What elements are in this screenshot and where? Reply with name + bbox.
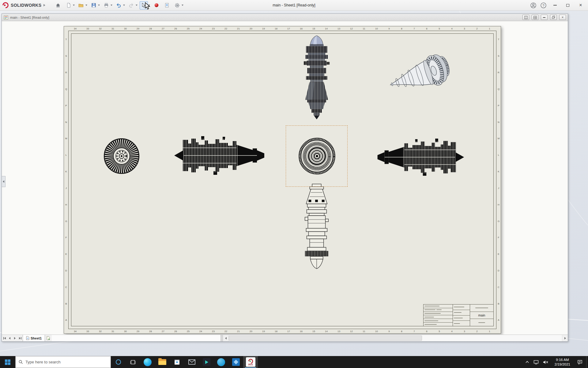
zone-label: 34: [69, 27, 81, 30]
zone-label: 6: [420, 27, 433, 30]
task-view-button[interactable]: [126, 356, 140, 368]
photos-app-button[interactable]: [228, 356, 243, 368]
tray-chevron-icon[interactable]: [525, 361, 529, 363]
new-document-button[interactable]: [64, 1, 73, 10]
zone-label: 19: [257, 27, 270, 30]
close-button[interactable]: ×: [575, 1, 586, 10]
drawing-view-left-side[interactable]: [174, 136, 266, 177]
action-center-button[interactable]: [573, 356, 586, 368]
select-tool-dropdown-icon[interactable]: [148, 5, 150, 6]
save-button[interactable]: [89, 1, 98, 10]
options-button[interactable]: [173, 1, 181, 10]
next-sheet-button[interactable]: [12, 335, 17, 341]
solidworks-menu[interactable]: SOLIDWORKS: [2, 2, 45, 9]
first-sheet-button[interactable]: [2, 335, 7, 341]
taskbar-search[interactable]: [15, 356, 111, 368]
featuremanager-collapse-tab[interactable]: [2, 176, 6, 187]
help-icon: ?: [541, 2, 546, 8]
account-button[interactable]: [529, 1, 537, 10]
zone-label: D: [64, 263, 68, 279]
select-tool-button[interactable]: [140, 1, 148, 10]
zone-label: 17: [282, 27, 295, 30]
properties-button[interactable]: [163, 1, 171, 10]
network-icon[interactable]: [533, 360, 539, 364]
zone-label: 7: [408, 329, 420, 333]
sheet-tab-sheet1[interactable]: Sheet1: [23, 335, 45, 341]
tab-scroll-splitter[interactable]: [221, 335, 223, 341]
photos-icon: [232, 358, 240, 366]
previous-sheet-button[interactable]: [7, 335, 12, 341]
options-dropdown-icon[interactable]: [182, 5, 183, 6]
minimize-icon: [553, 5, 557, 6]
save-dropdown-icon[interactable]: [98, 5, 100, 6]
search-input[interactable]: [25, 360, 107, 364]
taskbar-clock[interactable]: 9:16 AM 2/19/2021: [552, 356, 573, 368]
logo-expand-arrow[interactable]: [43, 4, 45, 6]
cortana-button[interactable]: [111, 356, 126, 368]
zone-label: L: [497, 147, 500, 163]
add-sheet-button[interactable]: [45, 335, 52, 341]
drawing-view-left-fan[interactable]: [103, 138, 140, 176]
drawing-view-isometric[interactable]: [380, 49, 460, 102]
minimize-button[interactable]: [549, 1, 560, 10]
zone-label: H: [64, 196, 68, 213]
viewport-layout-button-2[interactable]: [532, 15, 538, 20]
store-app-button[interactable]: [170, 356, 184, 368]
undo-icon: [116, 3, 121, 8]
zone-label: E: [497, 246, 500, 263]
zone-label: 10: [370, 329, 383, 333]
last-sheet-button[interactable]: [17, 335, 23, 341]
zone-label: K: [497, 163, 500, 180]
horizontal-scrollbar-thumb[interactable]: [229, 335, 422, 341]
show-desktop-button[interactable]: [586, 356, 588, 368]
solidworks-app-button[interactable]: 2021: [243, 356, 258, 368]
zone-label: J: [64, 180, 68, 196]
doc-restore-button[interactable]: [550, 15, 557, 20]
zone-label: 13: [333, 329, 345, 333]
hscroll-right-button[interactable]: [562, 335, 568, 341]
open-dropdown-icon[interactable]: [85, 5, 87, 6]
drawing-view-right-side[interactable]: [375, 138, 466, 178]
print-dropdown-icon[interactable]: [111, 5, 112, 6]
maximize-icon: [566, 4, 569, 7]
drawing-view-top[interactable]: [298, 35, 335, 127]
zone-label: 29: [132, 329, 144, 333]
title-block-fields: [453, 305, 470, 326]
mail-app-button[interactable]: [184, 356, 199, 368]
red-sphere-icon: [154, 3, 159, 8]
media-app-button[interactable]: [199, 356, 214, 368]
drawing-sheet[interactable]: 3433323130292827262524232221201918171615…: [64, 26, 501, 334]
horizontal-scrollbar[interactable]: [228, 335, 562, 341]
drawing-viewport[interactable]: 3433323130292827262524232221201918171615…: [2, 21, 568, 335]
start-button[interactable]: [0, 356, 15, 368]
viewport-layout-button-1[interactable]: [522, 15, 529, 20]
zone-label: 29: [132, 27, 144, 30]
cortana-icon: [116, 359, 121, 365]
edge-app-button[interactable]: [140, 356, 155, 368]
redo-button[interactable]: [127, 1, 135, 10]
doc-close-button[interactable]: ×: [559, 15, 566, 20]
drawing-file-icon: [4, 15, 8, 20]
doc-minimize-button[interactable]: [541, 15, 548, 20]
skype-app-button[interactable]: [214, 356, 228, 368]
file-explorer-app-button[interactable]: [155, 356, 170, 368]
zone-label: 20: [245, 27, 257, 30]
open-button[interactable]: [77, 1, 85, 10]
undo-dropdown-icon[interactable]: [123, 5, 125, 6]
brand-text: SOLIDWORKS: [11, 3, 41, 8]
zone-label: 24: [194, 329, 207, 333]
print-button[interactable]: [102, 1, 110, 10]
zone-label: 32: [94, 329, 107, 333]
help-button[interactable]: ?: [539, 1, 548, 10]
redo-dropdown-icon[interactable]: [136, 5, 138, 6]
undo-button[interactable]: [115, 1, 123, 10]
volume-icon[interactable]: [543, 360, 548, 364]
drawing-view-bottom[interactable]: [298, 183, 335, 275]
zone-label: R: [497, 64, 500, 81]
red-sphere-button[interactable]: [152, 1, 160, 10]
hscroll-left-button[interactable]: [223, 335, 228, 341]
maximize-button[interactable]: [562, 1, 573, 10]
zone-label: C: [497, 279, 500, 295]
new-document-dropdown-icon[interactable]: [73, 5, 75, 6]
home-button[interactable]: [54, 1, 62, 10]
